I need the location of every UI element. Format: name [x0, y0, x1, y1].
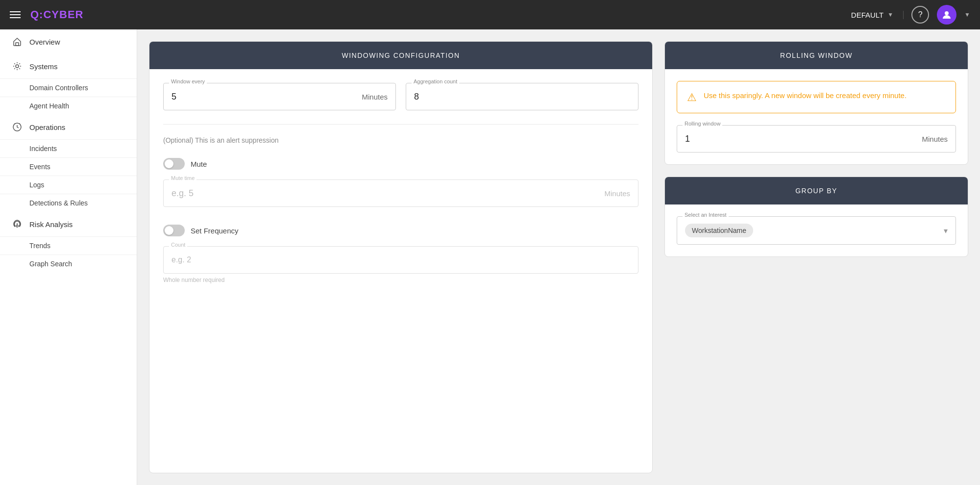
rolling-window-warning: ⚠ Use this sparingly. A new window will … — [677, 81, 956, 113]
app-body: Overview Systems Domain Controllers Agen… — [0, 29, 980, 485]
window-every-label: Window every — [169, 78, 207, 84]
hamburger-menu[interactable] — [10, 11, 21, 18]
home-icon — [12, 36, 23, 47]
logo-suffix: CYBER — [43, 8, 83, 21]
count-field: Count Whole number required — [163, 246, 638, 283]
windowing-header: WINDOWING CONFIGURATION — [149, 42, 652, 69]
header-right: DEFAULT ▼ ? ▼ — [851, 5, 970, 25]
count-hint: Whole number required — [163, 277, 638, 283]
select-chevron-icon: ▾ — [944, 226, 948, 235]
help-button[interactable]: ? — [911, 6, 929, 24]
set-frequency-toggle[interactable] — [163, 225, 185, 236]
group-by-title: GROUP BY — [795, 187, 837, 195]
workspace-label: DEFAULT — [851, 11, 883, 19]
user-button[interactable] — [937, 5, 956, 25]
header-left: Q:CYBER — [10, 8, 83, 21]
sidebar-label-logs: Logs — [29, 181, 44, 189]
mute-time-input[interactable] — [172, 188, 604, 199]
main-content: WINDOWING CONFIGURATION Window every Min… — [137, 29, 980, 485]
set-frequency-label: Set Frequency — [191, 227, 239, 235]
rolling-window-field: Rolling window Minutes — [677, 125, 956, 153]
window-every-input[interactable] — [172, 92, 362, 102]
sidebar-item-detections-rules[interactable]: Detections & Rules — [0, 194, 137, 212]
logo-prefix: Q: — [30, 8, 43, 21]
workspace-selector[interactable]: DEFAULT ▼ — [851, 11, 904, 19]
count-input-box[interactable] — [163, 246, 638, 274]
rolling-window-input[interactable] — [685, 134, 922, 144]
mute-label: Mute — [191, 160, 207, 168]
windowing-title: WINDOWING CONFIGURATION — [342, 51, 460, 59]
set-frequency-toggle-row: Set Frequency — [163, 225, 638, 236]
sidebar-label-trends: Trends — [29, 242, 50, 250]
count-input[interactable] — [172, 255, 630, 264]
mute-time-suffix: Minutes — [604, 189, 630, 198]
select-interest-field: Select an Interest WorkstationName ▾ — [677, 216, 956, 245]
window-every-field: Window every Minutes — [163, 83, 396, 110]
app-logo: Q:CYBER — [30, 8, 83, 21]
mute-time-input-box[interactable]: Minutes — [163, 179, 638, 207]
sidebar-item-operations[interactable]: Operations — [0, 115, 137, 139]
rolling-window-label: Rolling window — [683, 121, 722, 127]
mute-time-field: Mute time Minutes — [163, 179, 638, 207]
window-fields-row: Window every Minutes Aggregation count — [163, 83, 638, 110]
sidebar-label-incidents: Incidents — [29, 145, 57, 153]
sidebar-label-detections-rules: Detections & Rules — [29, 199, 88, 207]
rolling-window-input-box[interactable]: Minutes — [677, 125, 956, 153]
count-label: Count — [169, 242, 187, 248]
windowing-body: Window every Minutes Aggregation count — [149, 69, 652, 297]
sidebar-item-graph-search[interactable]: Graph Search — [0, 255, 137, 273]
mute-time-label: Mute time — [169, 175, 196, 181]
rolling-window-title: ROLLING WINDOW — [780, 51, 853, 59]
sidebar-label-agent-health: Agent Health — [29, 102, 69, 110]
sidebar-item-domain-controllers[interactable]: Domain Controllers — [0, 78, 137, 97]
group-by-panel: GROUP BY Select an Interest WorkstationN… — [664, 177, 968, 257]
sidebar-item-trends[interactable]: Trends — [0, 236, 137, 255]
aggregation-count-input[interactable] — [414, 92, 630, 102]
sidebar-label-overview: Overview — [29, 38, 60, 46]
mute-toggle[interactable] — [163, 158, 185, 170]
select-interest-dropdown[interactable]: WorkstationName ▾ — [677, 216, 956, 245]
window-every-suffix: Minutes — [362, 93, 388, 101]
svg-point-0 — [945, 11, 949, 15]
sidebar-item-logs[interactable]: Logs — [0, 176, 137, 194]
sidebar-item-incidents[interactable]: Incidents — [0, 139, 137, 157]
svg-rect-1 — [16, 43, 19, 46]
sidebar-item-overview[interactable]: Overview — [0, 29, 137, 54]
user-icon — [942, 10, 952, 20]
sidebar-item-risk-analysis[interactable]: Risk Analysis — [0, 212, 137, 236]
warning-text: Use this sparingly. A new window will be… — [704, 90, 906, 102]
top-header: Q:CYBER DEFAULT ▼ ? ▼ — [0, 0, 980, 29]
sidebar-label-events: Events — [29, 163, 50, 171]
svg-point-2 — [16, 65, 19, 68]
sidebar-item-systems[interactable]: Systems — [0, 54, 137, 78]
help-icon: ? — [918, 10, 923, 19]
sidebar-label-graph-search: Graph Search — [29, 260, 72, 268]
rolling-window-header: ROLLING WINDOW — [665, 42, 968, 69]
aggregation-count-label: Aggregation count — [412, 78, 459, 84]
operations-icon — [12, 122, 23, 132]
window-every-input-box[interactable]: Minutes — [163, 83, 396, 110]
divider-1 — [163, 124, 638, 125]
sidebar-item-events[interactable]: Events — [0, 157, 137, 176]
rolling-window-panel: ROLLING WINDOW ⚠ Use this sparingly. A n… — [664, 41, 968, 165]
user-chevron: ▼ — [964, 11, 970, 18]
workspace-chevron: ▼ — [887, 11, 893, 18]
aggregation-count-field: Aggregation count — [406, 83, 638, 110]
sidebar-label-domain-controllers: Domain Controllers — [29, 84, 88, 92]
svg-point-4 — [16, 225, 18, 227]
rolling-window-suffix: Minutes — [922, 135, 948, 143]
sidebar-item-agent-health[interactable]: Agent Health — [0, 97, 137, 115]
sidebar: Overview Systems Domain Controllers Agen… — [0, 29, 137, 485]
optional-text: (Optional) This is an alert suppression — [163, 136, 638, 144]
risk-icon — [12, 219, 23, 230]
selected-chip: WorkstationName — [685, 224, 753, 237]
right-panels: ROLLING WINDOW ⚠ Use this sparingly. A n… — [664, 41, 968, 473]
sidebar-label-risk-analysis: Risk Analysis — [29, 220, 73, 229]
warning-icon: ⚠ — [687, 91, 697, 104]
group-by-header: GROUP BY — [665, 177, 968, 204]
aggregation-count-input-box[interactable] — [406, 83, 638, 110]
select-interest-label: Select an Interest — [683, 212, 729, 218]
systems-icon — [12, 61, 23, 72]
sidebar-label-operations: Operations — [29, 123, 65, 131]
mute-toggle-row: Mute — [163, 158, 638, 170]
